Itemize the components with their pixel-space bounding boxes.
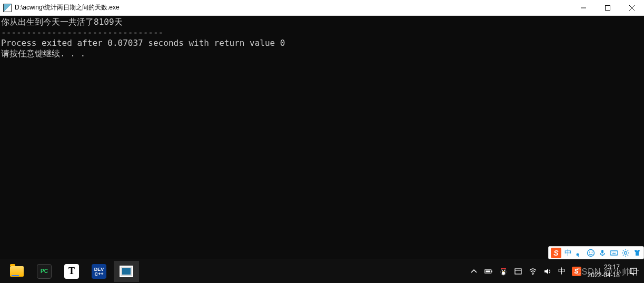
system-tray: 中 S 23:17 2022-04-13 [470, 259, 644, 283]
close-icon [629, 5, 635, 11]
tray-sogou[interactable]: S [572, 267, 581, 276]
clock-date: 2022-04-13 [588, 271, 620, 279]
tray-ime-indicator[interactable]: 中 [558, 267, 566, 276]
close-button[interactable] [620, 0, 644, 15]
tray-battery[interactable] [484, 267, 493, 276]
keyboard-icon [610, 249, 618, 257]
taskbar: PC T DEV C++ 中 S 23 [0, 259, 644, 283]
speaker-icon [543, 267, 552, 276]
tray-qq[interactable] [499, 267, 508, 276]
svg-point-4 [577, 253, 579, 256]
tray-clock[interactable]: 23:17 2022-04-13 [588, 264, 620, 279]
battery-icon [484, 267, 493, 276]
ime-lang-toggle[interactable]: 中 [564, 248, 572, 258]
console-line: -------------------------------- [1, 27, 163, 37]
tray-notifications[interactable] [626, 267, 641, 276]
taskbar-app-console[interactable] [114, 261, 139, 282]
svg-rect-36 [630, 268, 637, 274]
svg-point-5 [588, 249, 595, 256]
ime-settings-button[interactable] [621, 249, 630, 257]
punct-icon [575, 249, 583, 257]
svg-point-7 [592, 251, 593, 252]
maximize-icon [605, 5, 610, 11]
tray-app[interactable] [514, 267, 522, 276]
taskbar-app-typora[interactable]: T [59, 261, 84, 282]
box-icon [514, 267, 522, 276]
ime-voice-button[interactable] [598, 249, 607, 257]
window-controls [571, 0, 644, 15]
pycharm-icon: PC [37, 264, 52, 279]
svg-line-23 [628, 250, 629, 251]
minimize-icon [581, 5, 586, 11]
notification-icon [629, 267, 638, 276]
svg-rect-33 [515, 269, 521, 274]
ime-skin-button[interactable] [633, 249, 641, 257]
svg-line-21 [628, 255, 629, 256]
tray-volume[interactable] [543, 267, 552, 276]
devcpp-icon: DEV C++ [92, 264, 106, 279]
svg-point-30 [504, 270, 505, 271]
svg-rect-32 [501, 268, 506, 269]
svg-point-31 [502, 271, 504, 271]
tshirt-icon [633, 249, 641, 257]
ime-emoji-button[interactable] [587, 249, 595, 257]
maximize-button[interactable] [596, 0, 620, 15]
taskbar-apps: PC T DEV C++ [0, 259, 139, 283]
chevron-up-icon [470, 267, 478, 276]
minimize-button[interactable] [571, 0, 596, 15]
tray-chevron-up[interactable] [470, 267, 478, 276]
sogou-logo-icon[interactable]: S [551, 248, 561, 258]
penguin-icon [499, 267, 508, 276]
title-bar: D:\acwing\统计两日期之间的天数.exe [0, 0, 644, 16]
console-line: 请按任意键继续. . . [1, 48, 85, 58]
gear-icon [621, 249, 630, 257]
tray-wifi[interactable] [529, 267, 537, 276]
taskbar-app-pycharm[interactable]: PC [32, 261, 57, 282]
smiley-icon [587, 249, 595, 257]
ime-toolbar[interactable]: S 中 [548, 246, 644, 259]
taskbar-app-explorer[interactable] [4, 261, 29, 282]
svg-point-35 [532, 274, 533, 275]
svg-rect-25 [491, 270, 492, 272]
svg-point-15 [625, 251, 627, 254]
svg-point-6 [589, 251, 590, 252]
app-icon [3, 4, 12, 12]
ime-keyboard-button[interactable] [610, 249, 618, 257]
wifi-icon [529, 267, 537, 276]
ime-punct-toggle[interactable] [575, 249, 583, 257]
svg-rect-8 [601, 250, 603, 253]
svg-line-20 [623, 250, 624, 251]
svg-rect-1 [606, 5, 610, 10]
mic-icon [598, 249, 607, 257]
console-output[interactable]: 你从出生到今天一共活了8109天 -----------------------… [0, 16, 644, 259]
console-line: Process exited after 0.07037 seconds wit… [1, 38, 285, 48]
clock-time: 23:17 [588, 264, 620, 271]
svg-line-22 [623, 255, 624, 256]
folder-icon [10, 266, 24, 277]
console-window-icon [120, 266, 133, 277]
svg-rect-26 [486, 270, 490, 272]
console-line: 你从出生到今天一共活了8109天 [1, 17, 123, 27]
taskbar-app-devcpp[interactable]: DEV C++ [86, 261, 112, 282]
window-title: D:\acwing\统计两日期之间的天数.exe [15, 3, 571, 12]
typora-icon: T [64, 264, 79, 279]
svg-rect-10 [610, 251, 618, 255]
svg-point-29 [502, 270, 503, 271]
